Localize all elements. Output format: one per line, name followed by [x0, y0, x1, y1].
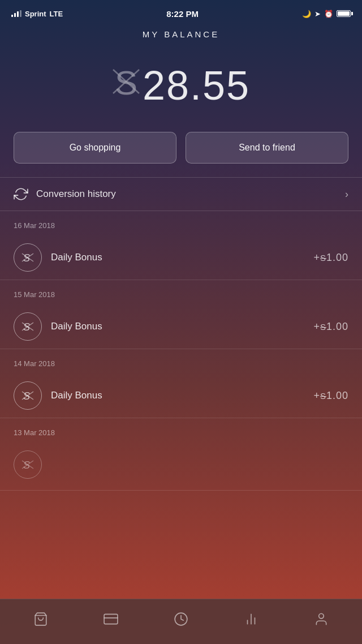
transaction-label-1: Daily Bonus	[51, 252, 304, 263]
transaction-icon-3: S	[14, 381, 42, 410]
signal-icon	[11, 10, 21, 17]
date-header-4: 13 Mar 2018	[0, 418, 362, 443]
table-row: S Daily Bonus +S1.00	[0, 304, 362, 349]
transaction-amount-1: +S1.00	[313, 252, 348, 264]
balance-amount: 28.55	[143, 62, 250, 109]
status-bar: Sprint LTE 8:22 PM 🌙 ➤ ⏰	[0, 0, 362, 25]
date-header-2: 15 Mar 2018	[0, 280, 362, 304]
transaction-label-3: Daily Bonus	[51, 390, 304, 401]
svg-rect-16	[104, 614, 118, 624]
transactions-list: 16 Mar 2018 S Daily Bonus +S1.00 15 Mar …	[0, 211, 362, 491]
table-row: S	[0, 443, 362, 491]
balance-container: S 28.55	[0, 50, 362, 132]
balance-display: S 28.55	[0, 62, 362, 109]
nav-item-chart[interactable]	[235, 607, 268, 631]
currency-symbol: S	[112, 62, 140, 109]
transaction-icon-4: S	[14, 450, 42, 479]
nav-item-dashboard[interactable]	[165, 607, 197, 631]
bottom-navigation	[0, 599, 362, 644]
transaction-amount-3: +S1.00	[313, 390, 348, 402]
date-header-3: 14 Mar 2018	[0, 349, 362, 373]
wallet-icon	[104, 612, 118, 626]
svg-point-22	[319, 613, 324, 619]
refresh-icon	[14, 187, 28, 201]
chart-icon	[244, 612, 258, 626]
network-label: LTE	[50, 10, 63, 18]
transaction-label-2: Daily Bonus	[51, 321, 304, 332]
date-header-1: 16 Mar 2018	[0, 211, 362, 235]
time-label: 8:22 PM	[166, 9, 199, 19]
send-to-friend-button[interactable]: Send to friend	[186, 132, 348, 164]
moon-icon: 🌙	[302, 10, 311, 18]
conversion-history-label: Conversion history	[36, 188, 116, 200]
conversion-history-row[interactable]: Conversion history ›	[0, 177, 362, 211]
nav-item-profile[interactable]	[305, 607, 338, 631]
carrier-label: Sprint	[25, 10, 46, 18]
transaction-amount-2: +S1.00	[313, 321, 348, 333]
table-row: S Daily Bonus +S1.00	[0, 235, 362, 280]
status-right: 🌙 ➤ ⏰	[302, 10, 351, 18]
shop-icon	[33, 612, 48, 626]
status-left: Sprint LTE	[11, 10, 63, 18]
transaction-icon-1: S	[14, 243, 42, 272]
page-title: MY BALANCE	[0, 25, 362, 50]
action-buttons: Go shopping Send to friend	[0, 132, 362, 164]
dashboard-icon	[174, 612, 188, 626]
transaction-icon-2: S	[14, 312, 42, 341]
profile-icon	[314, 612, 329, 626]
table-row: S Daily Bonus +S1.00	[0, 373, 362, 418]
battery-icon	[337, 10, 351, 17]
nav-item-shop[interactable]	[24, 607, 57, 631]
location-icon: ➤	[314, 10, 321, 18]
go-shopping-button[interactable]: Go shopping	[14, 132, 176, 164]
alarm-icon: ⏰	[324, 10, 333, 18]
nav-item-wallet[interactable]	[94, 607, 127, 631]
chevron-right-icon: ›	[345, 188, 348, 200]
